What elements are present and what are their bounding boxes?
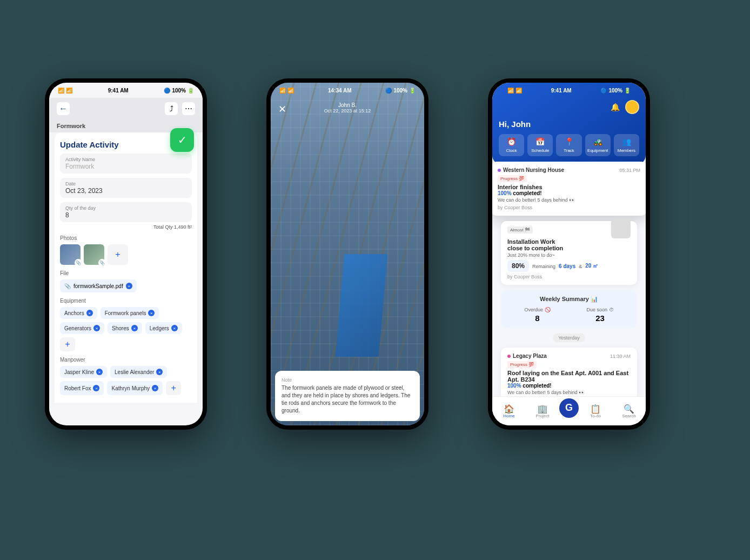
avatar[interactable]: [625, 100, 639, 114]
add-equipment-button[interactable]: +: [60, 337, 75, 351]
remove-chip-icon[interactable]: ×: [93, 385, 99, 391]
equipment-chip[interactable]: Anchors×: [60, 307, 97, 319]
progress-tag: Progress 💯: [507, 361, 537, 368]
file-label: File: [60, 270, 192, 276]
status-bar: 📶📶 9:41 AM 🔵100%🔋: [499, 83, 639, 98]
progress-tag: Progress 💯: [498, 175, 527, 182]
card-time: 05:31 PM: [619, 168, 640, 173]
card-thumbnail: [611, 219, 631, 238]
quick-action-clock[interactable]: ⏰Clock: [499, 134, 524, 156]
weekly-summary: Weekly Summary 📊 Overdue 🚫 8 Due soon ⏱ …: [501, 290, 637, 328]
quick-action-schedule[interactable]: 📅Schedule: [527, 134, 553, 156]
equipment-chip[interactable]: Generators×: [60, 322, 104, 334]
equipment-label: Equipment: [60, 298, 192, 304]
quick-action-members[interactable]: 👥Members: [614, 134, 639, 156]
file-chip[interactable]: 📎 formworkSample.pdf ×: [60, 279, 137, 292]
phone-home-feed: 📶📶 9:41 AM 🔵100%🔋 🔔 Hi, John ⏰Clock📅Sche…: [488, 78, 650, 430]
remove-chip-icon[interactable]: ×: [96, 369, 103, 375]
equipment-chips: Anchors×Formwork panels×Generators×Shore…: [60, 307, 192, 351]
manpower-chip[interactable]: Jasper Kline×: [60, 366, 107, 378]
photo-thumbnail[interactable]: 📎: [60, 244, 81, 265]
nav-fab-button[interactable]: G: [559, 398, 579, 418]
schedule-icon: 📅: [528, 137, 552, 147]
paperclip-icon: 📎: [64, 283, 71, 289]
remove-file-icon[interactable]: ×: [126, 283, 132, 289]
nav-home[interactable]: 🏠Home: [492, 404, 526, 418]
note-text: The formwork panels are made of plywood …: [282, 384, 413, 415]
photo-meta: John B. Oct 22, 2023 at 15:12: [271, 102, 424, 114]
nav-project[interactable]: 🏢Project: [526, 404, 559, 418]
feed-card[interactable]: Legacy Plaza 11:30 AM Progress 💯 Roof la…: [501, 348, 637, 401]
remove-chip-icon[interactable]: ×: [131, 325, 138, 331]
add-manpower-button[interactable]: +: [166, 381, 181, 395]
total-qty: Total Qty 1,490 ft²: [60, 224, 192, 230]
manpower-chip[interactable]: Kathryn Murphy×: [107, 381, 163, 395]
photo-thumbnail[interactable]: 📎: [84, 244, 104, 265]
project-icon: 🏢: [526, 404, 559, 414]
day-separator: Yesterday: [553, 334, 585, 342]
status-bar: 📶📶 9:41 AM 🔵100%🔋: [49, 83, 203, 98]
remove-chip-icon[interactable]: ×: [171, 325, 178, 331]
greeting: Hi, John: [499, 119, 639, 129]
card-time: 11:30 AM: [610, 354, 631, 359]
members-icon: 👥: [615, 137, 638, 147]
bottom-nav: 🏠Home🏢ProjectG📋To-do🔍Search: [492, 396, 646, 425]
status-bar: 📶📶 14:34 AM 🔵100%🔋: [271, 83, 424, 98]
quick-action-track[interactable]: 📍Track: [556, 134, 581, 156]
home-icon: 🏠: [492, 404, 526, 414]
manpower-chips: Jasper Kline×Leslie Alexander×Robert Fox…: [60, 366, 192, 395]
to-do-icon: 📋: [579, 404, 612, 414]
equipment-chip[interactable]: Ledgers×: [145, 322, 182, 334]
remove-chip-icon[interactable]: ×: [152, 385, 158, 391]
note-label: Note: [282, 377, 413, 383]
screen-header: ← ⤴ ⋯: [49, 98, 203, 119]
quick-actions: ⏰Clock📅Schedule📍Track🚜Equipment👥Members: [499, 134, 639, 156]
more-icon[interactable]: ⋯: [182, 102, 195, 115]
track-icon: 📍: [557, 137, 580, 147]
remove-chip-icon[interactable]: ×: [148, 310, 155, 316]
attachment-icon: 📎: [75, 259, 82, 266]
date-field[interactable]: Date Oct 23, 2023: [60, 178, 192, 198]
back-button[interactable]: ←: [57, 102, 70, 115]
status-time: 9:41 AM: [108, 88, 129, 94]
clock-icon: ⏰: [500, 137, 523, 147]
photos-label: Photos: [60, 235, 192, 241]
equipment-icon: 🚜: [586, 137, 610, 147]
manpower-chip[interactable]: Leslie Alexander×: [110, 366, 167, 378]
manpower-chip[interactable]: Robert Fox×: [60, 381, 104, 395]
nav-to-do[interactable]: 📋To-do: [579, 404, 612, 418]
note-card: Note The formwork panels are made of ply…: [275, 371, 420, 421]
almost-tag: Almost 🏁: [507, 226, 533, 234]
manpower-label: Manpower: [60, 357, 192, 363]
nav-search[interactable]: 🔍Search: [612, 404, 646, 418]
feed-card[interactable]: Almost 🏁 Installation Work close to comp…: [501, 221, 637, 285]
add-photo-button[interactable]: +: [108, 244, 128, 265]
percent-badge: 80%: [507, 260, 529, 272]
share-icon[interactable]: ⤴: [165, 102, 178, 115]
quick-action-equipment[interactable]: 🚜Equipment: [585, 134, 611, 156]
feed-card[interactable]: Western Nursing House 05:31 PM Progress …: [492, 162, 646, 216]
activity-name-field[interactable]: Activity Name Formwork: [60, 154, 192, 174]
status-time: 14:34 AM: [328, 88, 352, 94]
remove-chip-icon[interactable]: ×: [156, 369, 163, 375]
phone-update-activity: 📶📶 9:41 AM 🔵100%🔋 ← ⤴ ⋯ Formwork Update …: [45, 78, 207, 430]
qty-field[interactable]: Qty of the day 8: [60, 202, 192, 222]
confirm-button[interactable]: ✓: [170, 128, 194, 152]
notification-icon[interactable]: 🔔: [609, 101, 621, 113]
phone-photo-detail: 📶📶 14:34 AM 🔵100%🔋 ✕ John B. Oct 22, 202…: [266, 78, 428, 430]
due-soon-count: 23: [586, 314, 613, 323]
equipment-chip[interactable]: Formwork panels×: [101, 307, 159, 319]
equipment-chip[interactable]: Shores×: [108, 322, 142, 334]
search-icon: 🔍: [612, 404, 646, 414]
attachment-icon: 📎: [98, 259, 106, 266]
overdue-count: 8: [524, 314, 550, 323]
remove-chip-icon[interactable]: ×: [86, 310, 93, 316]
close-button[interactable]: ✕: [278, 103, 286, 115]
status-time: 9:41 AM: [551, 88, 572, 94]
remove-chip-icon[interactable]: ×: [93, 325, 100, 331]
